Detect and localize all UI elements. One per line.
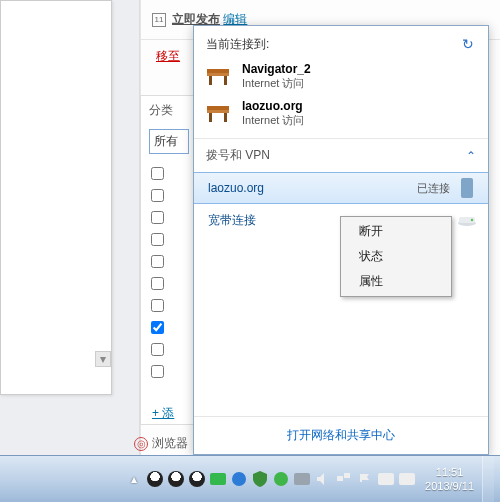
context-menu-item-disconnect[interactable]: 断开 [343, 219, 449, 244]
network-name: Navigator_2 [242, 62, 311, 76]
network-bench-icon [204, 62, 232, 90]
tray-shield-icon[interactable] [249, 464, 270, 494]
category-box: 分类 所有 [140, 95, 195, 425]
category-checkbox[interactable] [151, 228, 194, 250]
flyout-title: 当前连接到: [206, 36, 269, 53]
dialup-label: 拨号和 VPN [206, 147, 270, 164]
category-checkbox[interactable] [151, 250, 194, 272]
clock-time: 11:51 [425, 465, 474, 479]
svg-rect-14 [344, 473, 350, 478]
svg-point-12 [471, 219, 473, 221]
show-desktop-button[interactable] [482, 456, 494, 503]
server-icon [456, 177, 478, 199]
tray-overflow-icon[interactable]: ▴ [124, 464, 144, 494]
tray-qq-icon[interactable] [165, 464, 186, 494]
svg-rect-6 [209, 113, 212, 122]
system-tray: ▴ 11:51 2013/9/11 [124, 456, 500, 502]
context-menu-item-properties[interactable]: 属性 [343, 269, 449, 294]
category-checkbox[interactable] [151, 206, 194, 228]
tray-globe-icon[interactable] [228, 464, 249, 494]
svg-rect-7 [224, 113, 227, 122]
connection-name: laozuo.org [208, 181, 417, 195]
category-header: 分类 [141, 96, 194, 125]
category-checkbox[interactable] [151, 294, 194, 316]
svg-rect-5 [207, 110, 229, 113]
tray-qq-icon[interactable] [186, 464, 207, 494]
calendar-icon: 11 [152, 13, 166, 27]
add-category-link[interactable]: + 添 [152, 405, 174, 422]
target-icon: ◎ [134, 437, 148, 451]
network-name: laozuo.org [242, 99, 304, 113]
network-bench-icon [204, 99, 232, 127]
tray-action-center-icon[interactable] [354, 464, 375, 494]
open-network-center-link[interactable]: 打开网络和共享中心 [194, 416, 488, 454]
svg-rect-1 [207, 73, 229, 76]
tray-speaker-icon[interactable] [312, 464, 333, 494]
connection-item-selected[interactable]: laozuo.org 已连接 [194, 172, 488, 204]
network-entry[interactable]: laozuo.org Internet 访问 [204, 95, 478, 132]
chevron-up-icon: ⌃ [466, 149, 476, 163]
editor-textarea[interactable]: ▾ [0, 0, 112, 395]
move-to-link[interactable]: 移至 [140, 48, 196, 65]
network-status: Internet 访问 [242, 114, 304, 126]
editor-background: ▾ [0, 0, 140, 455]
context-menu-item-status[interactable]: 状态 [343, 244, 449, 269]
tray-ime-icon[interactable] [396, 464, 417, 494]
svg-rect-9 [463, 180, 471, 183]
category-checkbox[interactable] [151, 338, 194, 360]
category-checkbox[interactable] [151, 272, 194, 294]
category-checkbox[interactable] [151, 162, 194, 184]
modem-icon [456, 213, 478, 227]
category-checkbox[interactable] [151, 316, 194, 338]
svg-rect-0 [207, 69, 229, 73]
category-select[interactable]: 所有 [149, 129, 189, 154]
category-checkbox[interactable] [151, 360, 194, 382]
refresh-icon[interactable]: ↻ [458, 34, 478, 54]
taskbar: ▴ 11:51 2013/9/11 [0, 455, 500, 502]
tray-360-icon[interactable] [270, 464, 291, 494]
current-networks: Navigator_2 Internet 访问 laozuo.org Inter… [194, 58, 488, 139]
tray-network-icon[interactable] [333, 464, 354, 494]
network-entry[interactable]: Navigator_2 Internet 访问 [204, 58, 478, 95]
category-checkbox[interactable] [151, 184, 194, 206]
tray-u-icon[interactable] [207, 464, 228, 494]
svg-rect-3 [224, 76, 227, 85]
svg-rect-13 [337, 476, 343, 481]
tray-power-icon[interactable] [375, 464, 396, 494]
tray-qq-icon[interactable] [144, 464, 165, 494]
clock-date: 2013/9/11 [425, 479, 474, 493]
browser-row: ◎ 浏览器 [134, 435, 188, 452]
scroll-down-icon[interactable]: ▾ [95, 351, 111, 367]
taskbar-clock[interactable]: 11:51 2013/9/11 [417, 465, 482, 493]
tray-printer-icon[interactable] [291, 464, 312, 494]
svg-rect-4 [207, 106, 229, 110]
category-checklist [141, 162, 194, 382]
context-menu: 断开 状态 属性 [340, 216, 452, 297]
svg-rect-2 [209, 76, 212, 85]
connection-state: 已连接 [417, 181, 450, 196]
network-status: Internet 访问 [242, 77, 304, 89]
browser-label: 浏览器 [152, 435, 188, 452]
dialup-section-header[interactable]: 拨号和 VPN ⌃ [194, 139, 488, 172]
